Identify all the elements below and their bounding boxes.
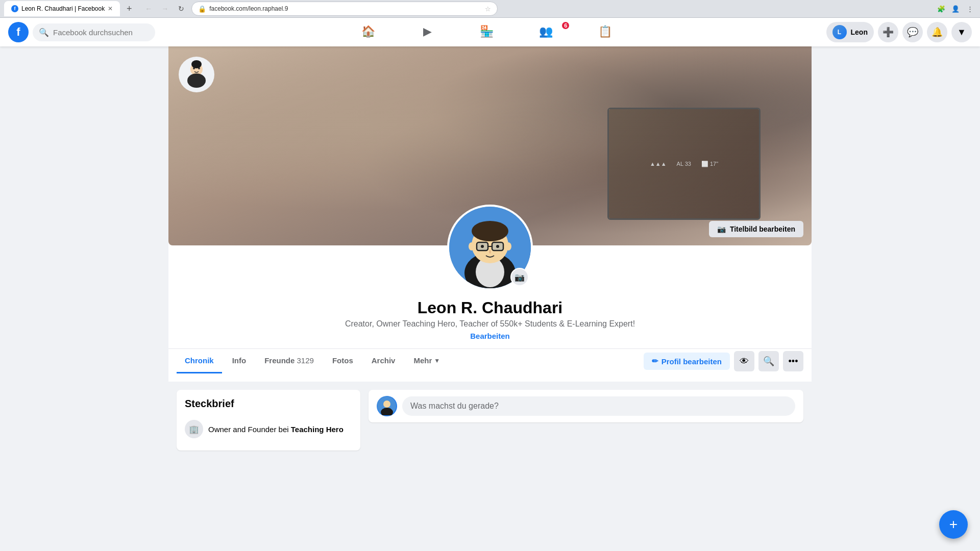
menu-btn[interactable]: ▼ [951, 22, 972, 42]
browser-controls: ← → ↻ [141, 2, 188, 16]
extensions-icon[interactable]: 🧩 [935, 3, 947, 15]
svg-point-15 [481, 245, 484, 248]
groups-icon: 👥 [539, 25, 553, 38]
profile-nav-area: Chronik Info Freunde 3129 Fotos Archiv [168, 348, 812, 373]
steckbrief-work-text: Owner and Founder bei Teaching Hero [208, 425, 344, 434]
tab-archiv[interactable]: Archiv [363, 349, 404, 373]
camera-screen: ▲▲▲AL 33⬜ 17" [609, 109, 759, 218]
svg-point-16 [496, 245, 499, 248]
profile-name: Leon R. Chaudhari [418, 298, 562, 317]
svg-point-1 [187, 73, 206, 88]
nav-btn-marketplace[interactable]: 🏪 [458, 20, 515, 44]
edit-icon: ✏ [652, 357, 658, 366]
fb-nav-center: 🏠 ▶ 🏪 👥 6 📋 [339, 20, 633, 44]
nav-btn-pages[interactable]: 📋 [576, 20, 633, 44]
tab-favicon: f [11, 5, 18, 12]
fb-main: ▲▲▲AL 33⬜ 17" 📷 Titelbild bearbeiten [0, 46, 980, 459]
address-bar-icons: ☆ [485, 5, 491, 13]
camera-hud: ▲▲▲AL 33⬜ 17" [650, 161, 718, 167]
nav-btn-groups[interactable]: 👥 6 [517, 20, 574, 44]
fb-logo-letter: f [16, 26, 20, 39]
tab-info[interactable]: Info [224, 349, 255, 373]
fb-navbar: f 🔍 🏠 ▶ 🏪 👥 6 📋 L Leon ➕ 💬 🔔 ▼ [0, 18, 980, 46]
tab-close-btn[interactable]: ✕ [108, 5, 113, 12]
new-tab-btn[interactable]: + [122, 2, 136, 16]
forward-btn[interactable]: → [158, 2, 172, 16]
profile-bio: Creator, Owner Teaching Hero, Teacher of… [345, 319, 635, 329]
cover-overlay-logo [179, 57, 214, 92]
notifications-btn[interactable]: 🔔 [927, 22, 947, 42]
edit-profile-btn[interactable]: ✏ Profil bearbeiten [644, 353, 730, 370]
browser-toolbar-right: 🧩 👤 ⋮ [935, 3, 976, 15]
refresh-btn[interactable]: ↻ [174, 2, 188, 16]
search-profile-btn[interactable]: 🔍 [758, 351, 779, 371]
svg-point-17 [469, 242, 475, 251]
notification-badge: 6 [561, 21, 570, 30]
logo-circle [179, 57, 214, 92]
user-name: Leon [851, 28, 868, 36]
svg-point-9 [472, 221, 508, 241]
composer-input[interactable]: Was machst du gerade? [402, 396, 795, 416]
fb-search-bar[interactable]: 🔍 [33, 23, 155, 41]
profile-left-col: Steckbrief 🏢 Owner and Founder bei Teach… [177, 390, 360, 450]
steckbrief-item-work: 🏢 Owner and Founder bei Teaching Hero [185, 416, 352, 442]
profile-cover-area: ▲▲▲AL 33⬜ 17" 📷 Titelbild bearbeiten [168, 46, 812, 382]
camera-display: ▲▲▲AL 33⬜ 17" [607, 108, 761, 220]
work-icon: 🏢 [185, 420, 203, 438]
edit-cover-btn[interactable]: 📷 Titelbild bearbeiten [709, 221, 803, 237]
more-options-icon[interactable]: ⋮ [964, 3, 976, 15]
nav-btn-home[interactable]: 🏠 [339, 20, 397, 44]
fb-nav-right: L Leon ➕ 💬 🔔 ▼ [826, 22, 972, 42]
post-composer: Was machst du gerade? [369, 390, 803, 422]
composer-avatar-svg [378, 397, 396, 415]
tab-freunde[interactable]: Freunde 3129 [256, 349, 322, 373]
address-bar[interactable]: 🔒 facebook.com/leon.raphael.9 ☆ [191, 2, 498, 16]
tab-mehr[interactable]: Mehr ▼ [405, 349, 448, 373]
url-text: facebook.com/leon.raphael.9 [209, 5, 288, 12]
fb-logo[interactable]: f [8, 22, 29, 42]
tab-chronik[interactable]: Chronik [177, 349, 222, 373]
steckbrief-card: Steckbrief 🏢 Owner and Founder bei Teach… [177, 390, 360, 450]
svg-point-18 [505, 242, 511, 251]
tab-fotos[interactable]: Fotos [324, 349, 361, 373]
profile-right-col: Was machst du gerade? [369, 390, 803, 450]
nav-btn-video[interactable]: ▶ [399, 20, 456, 44]
search-input[interactable] [53, 28, 149, 37]
profile-avatar-wrapper: 📷 [447, 205, 533, 290]
add-btn[interactable]: ➕ [878, 22, 898, 42]
tab-bar: f Leon R. Chaudhari | Facebook ✕ + [4, 1, 136, 16]
profile-info-area: 📷 Leon R. Chaudhari Creator, Owner Teach… [168, 245, 812, 382]
profile-camera-icon[interactable]: 📷 [510, 268, 529, 286]
active-tab[interactable]: f Leon R. Chaudhari | Facebook ✕ [4, 1, 120, 16]
profile-nav-tabs: Chronik Info Freunde 3129 Fotos Archiv [177, 349, 448, 373]
camera-icon: 📷 [717, 225, 726, 233]
svg-point-20 [383, 400, 390, 408]
sumo-logo-svg [181, 59, 212, 90]
user-profile-btn[interactable]: L Leon [826, 22, 874, 42]
browser-chrome: f Leon R. Chaudhari | Facebook ✕ + ← → ↻… [0, 0, 980, 18]
back-btn[interactable]: ← [141, 2, 156, 16]
steckbrief-title: Steckbrief [185, 398, 352, 410]
tab-title: Leon R. Chaudhari | Facebook [21, 5, 105, 12]
view-btn[interactable]: 👁 [734, 351, 754, 371]
profile-content: Steckbrief 🏢 Owner and Founder bei Teach… [168, 382, 812, 459]
user-avatar-small: L [832, 25, 847, 39]
composer-avatar [377, 396, 397, 416]
composer-placeholder: Was machst du gerade? [410, 402, 499, 410]
lock-icon: 🔒 [198, 5, 206, 13]
profile-nav-actions: ✏ Profil bearbeiten 👁 🔍 ••• [644, 351, 803, 371]
messenger-btn[interactable]: 💬 [902, 22, 923, 42]
svg-point-4 [191, 60, 202, 68]
star-icon[interactable]: ☆ [485, 5, 491, 13]
search-icon: 🔍 [39, 28, 49, 37]
more-actions-btn[interactable]: ••• [783, 351, 803, 371]
company-name[interactable]: Teaching Hero [291, 425, 344, 434]
profile-edit-link[interactable]: Bearbeiten [470, 332, 510, 340]
profile-icon[interactable]: 👤 [949, 3, 962, 15]
